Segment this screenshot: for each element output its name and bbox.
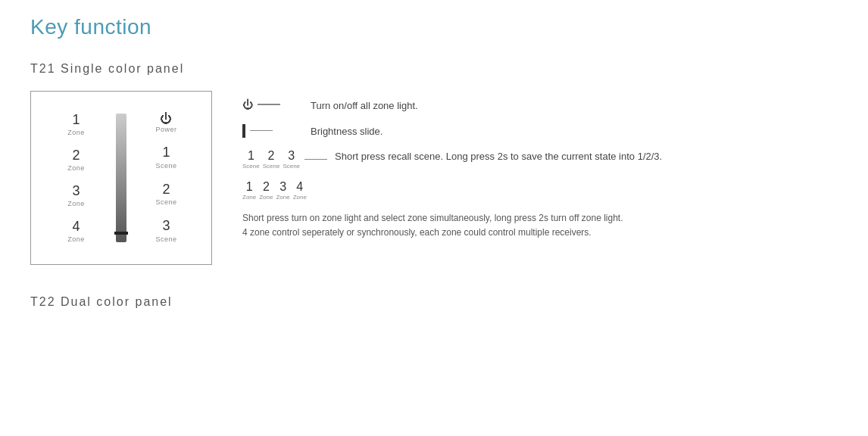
- power-line: [258, 104, 280, 105]
- scene-desc-text: Short press recall scene. Long press 2s …: [335, 149, 662, 164]
- panel-right: ⏻ Power 1 Scene 2 Scene 3 Scene: [121, 99, 211, 257]
- power-desc-text: Turn on/off all zone light.: [311, 98, 418, 114]
- slider-handle: [114, 232, 128, 235]
- power-desc-row: ⏻ Turn on/off all zone light.: [242, 98, 838, 114]
- scene-key-1: 1 Scene: [155, 145, 176, 170]
- panel-diagram: 1 Zone 2 Zone 3 Zone 4 Zone: [30, 91, 212, 265]
- zone-nums: 1 Zone 2 Zone 3 Zone 4 Zone: [242, 180, 307, 201]
- zone-nums-row: 1 Zone 2 Zone 3 Zone 4 Zone: [242, 180, 838, 201]
- power-symbol-icon: ⏻: [242, 98, 253, 111]
- scene-desc-row: 1 Scene 2 Scene 3 Scene Sh: [242, 149, 838, 170]
- zone-num-1: 1 Zone: [242, 180, 256, 201]
- zone-num-2: 2 Zone: [259, 180, 273, 201]
- descriptions: ⏻ Turn on/off all zone light. Brightness…: [242, 91, 838, 240]
- scene-nums: 1 Scene 2 Scene 3 Scene: [242, 149, 300, 170]
- brightness-line: [250, 130, 273, 132]
- zone-key-3: 3 Zone: [67, 183, 85, 208]
- power-icon-area: ⏻: [242, 98, 303, 111]
- page-title: Key function: [30, 15, 838, 39]
- t21-section: T21 Single color panel 1 Zone 2 Zone 3 Z…: [30, 62, 838, 265]
- scene-key-2: 2 Scene: [155, 182, 176, 207]
- zone-num-4: 4 Zone: [293, 180, 307, 201]
- scene-num-1: 1 Scene: [242, 149, 260, 170]
- t21-content: 1 Zone 2 Zone 3 Zone 4 Zone: [30, 91, 838, 265]
- scene-line: [304, 159, 327, 160]
- scene-num-3: 3 Scene: [283, 149, 300, 170]
- scene-num-2: 2 Scene: [263, 149, 280, 170]
- t21-section-title: T21 Single color panel: [30, 62, 838, 76]
- t22-section: T22 Dual color panel: [30, 295, 838, 309]
- t22-section-title: T22 Dual color panel: [30, 295, 838, 309]
- zone-num-3: 3 Zone: [276, 180, 289, 201]
- scene-icon-area: 1 Scene 2 Scene 3 Scene: [242, 149, 327, 170]
- zone-key-4: 4 Zone: [67, 219, 85, 244]
- power-icon: ⏻: [160, 113, 172, 125]
- zone-key-2: 2 Zone: [67, 148, 85, 173]
- brightness-desc-text: Brightness slide.: [311, 124, 382, 139]
- panel-left: 1 Zone 2 Zone 3 Zone 4 Zone: [31, 99, 121, 257]
- brightness-icon-area: [242, 124, 303, 138]
- slider-track: [116, 114, 126, 242]
- power-key: ⏻ Power: [155, 113, 176, 134]
- brightness-desc-row: Brightness slide.: [242, 124, 838, 139]
- slider-area: [120, 92, 122, 264]
- brightness-bar-icon: [242, 124, 245, 138]
- scene-key-3: 3 Scene: [155, 218, 176, 243]
- zone-desc-block: Short press turn on zone light and selec…: [242, 211, 697, 240]
- zone-key-1: 1 Zone: [67, 112, 85, 137]
